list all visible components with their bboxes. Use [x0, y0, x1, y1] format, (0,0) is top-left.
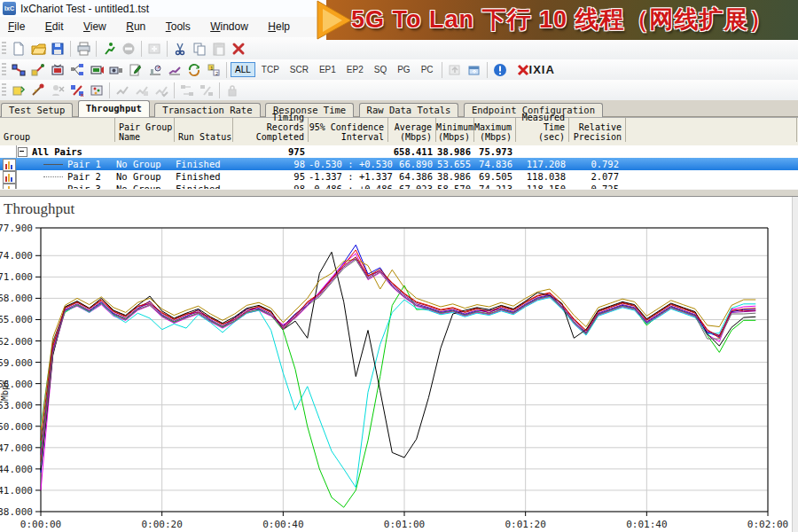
col-minimum[interactable]: Minimum (Mbps) — [436, 118, 474, 142]
replicate-pair-icon[interactable] — [184, 61, 204, 79]
print-icon[interactable] — [74, 40, 93, 58]
edit-script-icon[interactable] — [126, 61, 145, 79]
connect-pairs-icon[interactable] — [113, 82, 132, 99]
wizard-icon[interactable] — [28, 82, 48, 99]
svg-text:71.000: 71.000 — [0, 271, 33, 283]
video-pair-icon[interactable] — [87, 61, 106, 79]
pair-chart-icon — [3, 159, 16, 171]
pair-row-2[interactable]: Pair 2 No Group Finished 95 -1.337 : +1.… — [0, 170, 798, 183]
info-icon[interactable] — [490, 61, 510, 79]
all-pairs-records: 975 — [233, 146, 305, 157]
col-timing-records[interactable]: Timing Records Completed — [233, 118, 309, 142]
stop-test-icon[interactable] — [119, 40, 138, 58]
col-confidence[interactable]: 95% Confidence Interval — [309, 118, 388, 142]
col-run-status[interactable]: Run Status — [175, 118, 233, 142]
hardware-performance-icon[interactable] — [145, 61, 165, 79]
average: 64.386 — [388, 171, 433, 182]
menu-run[interactable]: Run — [118, 17, 153, 37]
filter-ep1-button[interactable]: EP1 — [315, 62, 340, 77]
connect-selected-icon[interactable] — [132, 82, 152, 99]
all-pairs-maximum: 75.973 — [474, 146, 512, 157]
save-test-icon[interactable] — [48, 40, 67, 58]
filter-pg-button[interactable]: PG — [393, 62, 414, 77]
new-endpoint-list-icon[interactable] — [9, 82, 28, 99]
window-title: IxChariot Test - untitled1.tst — [20, 3, 149, 15]
tab-raw-data-totals[interactable]: Raw Data Totals — [359, 103, 459, 118]
paste-icon[interactable] — [209, 40, 229, 58]
collapse-icon[interactable] — [18, 147, 27, 157]
all-pairs-row[interactable]: All Pairs 975 658.411 38.986 75.973 — [0, 145, 798, 158]
tab-test-setup[interactable]: Test Setup — [1, 103, 73, 118]
view-pair-icon[interactable] — [48, 61, 67, 79]
open-test-icon[interactable] — [28, 40, 48, 58]
toolbar-standard — [0, 37, 798, 60]
copy-icon[interactable] — [190, 40, 209, 58]
banner-text: 5G To Lan 下行 10 线程（网线扩展） — [351, 4, 774, 35]
col-maximum[interactable]: Maximum (Mbps) — [474, 118, 516, 142]
delete-icon[interactable] — [229, 40, 248, 58]
col-measured-time[interactable]: Measured Time (sec) — [516, 118, 569, 142]
cut-icon[interactable] — [170, 40, 190, 58]
window-restore-icon[interactable] — [465, 61, 484, 79]
all-pairs-label: All Pairs — [32, 146, 82, 157]
connect-check-icon[interactable] — [152, 82, 171, 99]
banner-arrow-icon — [316, 0, 353, 40]
lock-icon[interactable] — [223, 82, 242, 99]
menu-window[interactable]: Window — [202, 17, 256, 37]
traffic-profile-icon[interactable] — [165, 61, 184, 79]
measured-time: 117.208 — [516, 159, 566, 169]
svg-text:0:01:20: 0:01:20 — [505, 519, 545, 530]
menu-tools[interactable]: Tools — [158, 17, 199, 37]
filter-ep2-button[interactable]: EP2 — [342, 62, 368, 77]
pair-row-1[interactable]: Pair 1 No Group Finished 98 -0.530 : +0.… — [0, 158, 798, 170]
multicast-group-icon[interactable] — [67, 61, 87, 79]
filter-scr-button[interactable]: SCR — [286, 62, 313, 77]
svg-text:62.000: 62.000 — [0, 336, 33, 348]
svg-text:59.000: 59.000 — [0, 357, 33, 369]
col-average[interactable]: Average (Mbps) — [388, 118, 436, 142]
filter-all-button[interactable]: ALL — [231, 62, 255, 77]
voip-pair-icon[interactable] — [106, 61, 126, 79]
toolbar-grip[interactable] — [2, 83, 6, 98]
toolbar-grip[interactable] — [2, 63, 6, 77]
chart-scrollbar[interactable] — [792, 197, 798, 532]
precision: 0.792 — [569, 159, 619, 169]
average: 66.890 — [388, 159, 433, 169]
svg-text:0:01:40: 0:01:40 — [626, 519, 667, 530]
pair-row-3-clipped[interactable]: Pair 3 No Group Finished 98 -0.486 : +0.… — [0, 183, 798, 189]
export-icon[interactable] — [445, 61, 465, 79]
pair-chart-icon — [3, 171, 16, 184]
svg-text:68.000: 68.000 — [0, 293, 33, 304]
run-test-icon[interactable] — [99, 40, 119, 58]
run-status: Finished — [176, 171, 221, 182]
delete-endpoint-icon[interactable] — [48, 82, 67, 99]
break-pair-icon[interactable] — [197, 82, 216, 99]
ixia-chassis-icon[interactable] — [87, 82, 106, 99]
filter-sq-button[interactable]: SQ — [370, 62, 391, 77]
minimum: 38.986 — [436, 171, 471, 182]
filter-tcp-button[interactable]: TCP — [257, 62, 284, 77]
toolbar-grip[interactable] — [2, 42, 6, 56]
add-pair-icon[interactable] — [9, 61, 28, 79]
results-table-header: Group Pair Group Name Run Status Timing … — [0, 117, 798, 146]
tab-throughput[interactable]: Throughput — [78, 100, 150, 118]
filter-pc-button[interactable]: PC — [417, 62, 438, 77]
menu-file[interactable]: File — [0, 17, 33, 37]
throughput-plot: 77.90074.00071.00068.00065.00062.00059.0… — [0, 197, 798, 532]
edit-pair-icon[interactable] — [28, 61, 48, 79]
unlink-endpoints-icon[interactable] — [67, 82, 87, 99]
records: 98 — [233, 159, 305, 169]
col-relative-precision[interactable]: Relative Precision — [569, 118, 626, 142]
swap-endpoints-icon[interactable] — [177, 82, 197, 99]
menu-view[interactable]: View — [75, 17, 114, 37]
pane-splitter[interactable] — [0, 189, 798, 197]
menu-help[interactable]: Help — [260, 17, 298, 37]
ixia-logo: IXIA — [517, 63, 555, 76]
renumber-pairs-icon[interactable]: 12 — [204, 61, 223, 79]
new-test-icon[interactable] — [9, 40, 28, 58]
col-pair-group-name[interactable]: Pair Group Name — [115, 118, 175, 142]
svg-text:0:00:20: 0:00:20 — [141, 519, 182, 530]
col-group[interactable]: Group — [0, 118, 115, 142]
refresh-icon[interactable] — [145, 40, 164, 58]
menu-edit[interactable]: Edit — [37, 17, 72, 37]
